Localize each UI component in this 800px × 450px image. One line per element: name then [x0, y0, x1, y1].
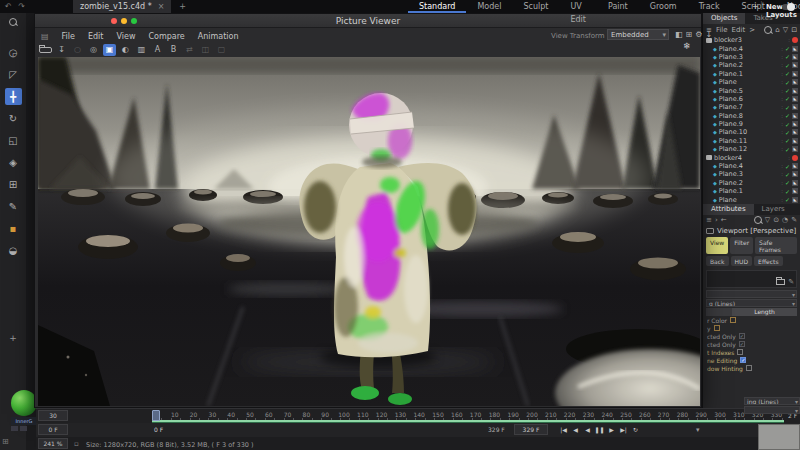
spline-pen-tool[interactable]: ✎: [5, 198, 22, 215]
tab-objects[interactable]: Objects: [703, 13, 745, 24]
rectangle-selection-tool[interactable]: ◸: [5, 66, 22, 83]
object-row-plane-1[interactable]: ◆Plane.1:✓◣: [703, 187, 800, 195]
polygon-tag-icon[interactable]: ◣: [792, 113, 798, 119]
edit-filter-icon[interactable]: ⊡: [791, 26, 797, 34]
layout-tab-groom[interactable]: Groom: [639, 0, 688, 13]
enabled-check-icon[interactable]: ✓: [785, 87, 790, 94]
polygon-tag-icon[interactable]: ◣: [792, 71, 798, 77]
layout-tab-sculpt[interactable]: Sculpt: [512, 0, 559, 13]
menu-file[interactable]: File: [62, 32, 75, 41]
enabled-check-icon[interactable]: ✓: [785, 79, 790, 86]
play-backward-button[interactable]: ◀: [582, 424, 593, 435]
menu-animation[interactable]: Animation: [198, 32, 239, 41]
dropdown-fragment-b[interactable]: g (Lines)▾: [706, 299, 797, 307]
close-tab-icon[interactable]: ×: [158, 2, 165, 11]
attr-tab-effects[interactable]: Effects: [754, 256, 782, 266]
checkbox[interactable]: [746, 365, 752, 371]
goto-end-button[interactable]: ▶|: [618, 424, 629, 435]
menu-view[interactable]: View: [116, 32, 135, 41]
search-icon[interactable]: [9, 18, 17, 26]
checkbox[interactable]: [714, 325, 720, 331]
folder-icon[interactable]: [776, 279, 785, 285]
filter-icon[interactable]: ▽: [765, 216, 770, 224]
layout-tab-uv-edit[interactable]: UV Edit: [559, 0, 597, 13]
grid-icon[interactable]: ⊞: [2, 437, 9, 446]
pan-view-icon[interactable]: ▣: [103, 44, 116, 56]
visibility-dots[interactable]: :: [788, 155, 790, 161]
dual-view-icon[interactable]: ◧: [675, 30, 683, 39]
file-menu[interactable]: File: [716, 26, 728, 34]
compare-icon[interactable]: ◔: [782, 216, 788, 224]
enabled-check-icon[interactable]: ✓: [785, 95, 790, 102]
histogram-icon[interactable]: ○: [71, 44, 84, 56]
visibility-dots[interactable]: :: [781, 188, 783, 194]
visibility-dots[interactable]: :: [781, 79, 783, 85]
object-row-blocker4[interactable]: blocker4:: [703, 153, 800, 161]
visibility-dots[interactable]: :: [781, 180, 783, 186]
object-row-plane-1[interactable]: ◆Plane.1:✓◣: [703, 70, 800, 78]
object-row-blocker3[interactable]: blocker3:: [703, 36, 800, 44]
link-views-icon[interactable]: ◫: [199, 44, 212, 56]
polygon-tag-icon[interactable]: ◣: [792, 146, 798, 152]
layout-toggle[interactable]: [782, 4, 795, 10]
play-button[interactable]: ▶: [606, 424, 617, 435]
window-menu-icon[interactable]: ▤: [41, 32, 49, 41]
color-swatch-tool[interactable]: ▪: [5, 220, 22, 237]
layout-tab-model[interactable]: Model: [466, 0, 512, 13]
record-dot-icon[interactable]: [792, 155, 798, 161]
loop-button[interactable]: ↻: [630, 424, 641, 435]
fit-icon[interactable]: ▫: [74, 440, 79, 448]
object-row-plane-7[interactable]: ◆Plane.7:✓◣: [703, 103, 800, 111]
object-row-plane-8[interactable]: ◆Plane.8:✓◣: [703, 112, 800, 120]
visibility-dots[interactable]: :: [781, 197, 783, 203]
object-row-plane[interactable]: ◆Plane:✓◣: [703, 195, 800, 203]
undo-redo-icons[interactable]: ↶ ↷: [5, 2, 27, 11]
add-layout-icon[interactable]: +: [752, 2, 759, 11]
object-row-plane-2[interactable]: ◆Plane.2:✓◣: [703, 179, 800, 187]
attr-tab-hud[interactable]: HUD: [731, 256, 753, 266]
enabled-check-icon[interactable]: ✓: [785, 171, 790, 178]
enabled-check-icon[interactable]: ✓: [785, 112, 790, 119]
visibility-dots[interactable]: :: [781, 129, 783, 135]
polygon-tag-icon[interactable]: ◣: [792, 129, 798, 135]
visibility-dots[interactable]: :: [781, 113, 783, 119]
snap-tool[interactable]: ◈: [5, 154, 22, 171]
visibility-dots[interactable]: :: [781, 71, 783, 77]
enabled-check-icon[interactable]: ✓: [785, 62, 790, 69]
search-icon[interactable]: [754, 216, 762, 224]
dropdown-fragment-a[interactable]: ▾: [706, 290, 797, 298]
polygon-tag-icon[interactable]: ◣: [792, 79, 798, 85]
object-row-plane-11[interactable]: ◆Plane.11:✓◣: [703, 137, 800, 145]
attr-tab-filter[interactable]: Filter: [730, 237, 753, 254]
visibility-dots[interactable]: :: [781, 146, 783, 152]
polygon-tag-icon[interactable]: ◣: [792, 138, 798, 144]
edit-icon[interactable]: ✎: [791, 216, 797, 224]
length-column-header[interactable]: Length: [732, 308, 797, 316]
edit-menu[interactable]: Edit: [732, 26, 746, 34]
version-a-button[interactable]: A: [151, 44, 164, 56]
playhead[interactable]: [152, 410, 160, 421]
document-tab[interactable]: zombie_v15.c4d * ×: [73, 0, 171, 13]
polygon-tag-icon[interactable]: ◣: [792, 121, 798, 127]
object-row-plane-10[interactable]: ◆Plane.10:✓◣: [703, 128, 800, 136]
enabled-check-icon[interactable]: ✓: [785, 45, 790, 52]
pen-icon[interactable]: ✎: [788, 278, 794, 286]
checkbox[interactable]: [737, 349, 743, 355]
layout-tab-track[interactable]: Track: [688, 0, 731, 13]
goto-start-button[interactable]: |◀: [558, 424, 569, 435]
object-row-plane-4[interactable]: ◆Plane.4:✓◣: [703, 162, 800, 170]
attr-tab-view[interactable]: View: [706, 237, 728, 254]
enabled-check-icon[interactable]: ✓: [785, 163, 790, 170]
visibility-dots[interactable]: :: [781, 96, 783, 102]
contrast-icon[interactable]: ◐: [119, 44, 132, 56]
polygon-tag-icon[interactable]: ◣: [792, 163, 798, 169]
rotate-tool[interactable]: ↻: [5, 110, 22, 127]
add-tab-icon[interactable]: +: [179, 2, 186, 11]
undo-icon[interactable]: ↶: [5, 2, 14, 11]
enabled-check-icon[interactable]: ✓: [785, 70, 790, 77]
layout-tab-standard[interactable]: Standard: [408, 0, 466, 13]
live-selection-tool[interactable]: ◶: [5, 44, 22, 61]
enabled-check-icon[interactable]: ✓: [785, 137, 790, 144]
version-b-button[interactable]: B: [167, 44, 180, 56]
polygon-tag-icon[interactable]: ◣: [792, 104, 798, 110]
